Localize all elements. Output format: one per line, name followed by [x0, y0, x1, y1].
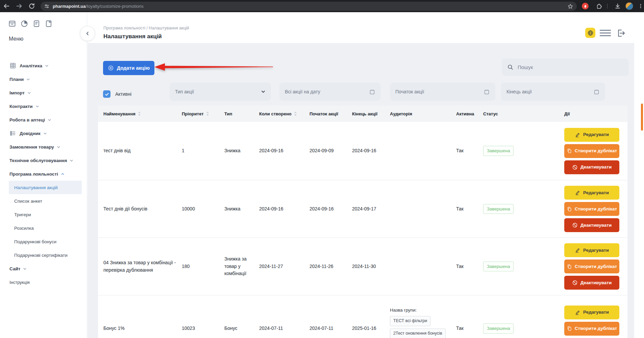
downloads-icon[interactable] [614, 3, 621, 9]
sidebar-item-plans[interactable]: Плани [0, 72, 87, 86]
sidebar-item-loyalty-program[interactable]: Програма лояльності [0, 167, 87, 181]
calendar-icon [484, 89, 490, 95]
table-header-row: Найменування Пріоритет Тип Коли створено… [98, 106, 627, 122]
menu-hamburger-icon[interactable] [600, 30, 611, 36]
browser-chrome: pharmapoint.ua/loyalty/customize-promoti… [0, 0, 644, 12]
sidebar-subitem-mailing[interactable]: Розсилка [9, 221, 82, 235]
duplicate-button[interactable]: Створити дублікат [564, 322, 619, 336]
chevron-down-icon [70, 159, 73, 162]
sidebar-item-directory[interactable]: Довідник [0, 127, 87, 140]
promotions-table: Найменування Пріоритет Тип Коли створено… [98, 106, 627, 338]
sidebar-item-import[interactable]: Імпорт [0, 86, 87, 99]
cell-audience: Назва групи: ТЕСТ всі фільтри 2Тест онов… [385, 295, 451, 338]
sidebar-quick-icons [8, 20, 87, 28]
cell-status: Завершена [478, 180, 559, 238]
copy-icon [567, 326, 572, 331]
column-header-name[interactable]: Найменування [98, 106, 176, 122]
duplicate-button[interactable]: Створити дублікат [564, 260, 619, 273]
edit-button[interactable]: Редагувати [564, 128, 619, 142]
cell-start: 2024-07-11 [304, 295, 347, 338]
sort-icon[interactable] [138, 111, 141, 116]
copy-icon [567, 206, 572, 212]
sidebar-subitem-label: Подарункові сертифікати [14, 253, 68, 258]
chrome-menu-icon[interactable] [638, 3, 643, 9]
cell-actions: Редагувати Створити дублікат Деактивуват… [559, 238, 623, 295]
duplicate-button[interactable]: Створити дублікат [564, 202, 619, 216]
breadcrumb[interactable]: Програма лояльності / Налаштування акцій [103, 26, 189, 30]
pie-chart-icon[interactable] [20, 20, 28, 28]
column-header-status: Статус [478, 106, 559, 122]
add-promotion-button[interactable]: Додати акцію [103, 61, 154, 75]
sidebar-subitem-customize-promotions[interactable]: Налаштування акцій [9, 181, 82, 194]
sidebar-item-label: Плани [9, 77, 24, 82]
sidebar-subitem-label: Подарункові бонуси [14, 239, 56, 244]
sidebar-item-analytics[interactable]: Аналітика [0, 59, 87, 72]
grid-icon [9, 62, 16, 69]
active-checkbox-label: Активні [115, 91, 131, 97]
deactivate-button[interactable]: Деактивувати [564, 218, 619, 232]
site-settings-icon[interactable] [44, 3, 50, 9]
all-promotions-date-picker[interactable]: Всі акції на дату [279, 83, 381, 101]
cell-audience [385, 180, 451, 238]
deactivate-button[interactable]: Деактивувати [564, 160, 619, 174]
sidebar-item-pharmacy-work[interactable]: Робота в аптеці [0, 113, 87, 127]
adblock-extension-icon[interactable] [582, 3, 589, 9]
deactivate-button[interactable]: Деактивувати [564, 276, 619, 290]
chevron-down-icon [45, 64, 49, 68]
table-row: Бонус 1% 10023 Бонус 2024-07-11 2024-07-… [98, 295, 627, 338]
cell-priority: 10023 [176, 295, 219, 338]
search-box[interactable] [502, 59, 629, 76]
browser-back-icon[interactable] [3, 2, 10, 10]
promotion-type-dropdown[interactable]: Тип акції [170, 83, 271, 101]
archive-icon[interactable] [8, 20, 16, 28]
cell-start: 2024-09-09 [304, 122, 347, 180]
sidebar-item-maintenance[interactable]: Технічне обслуговування [0, 154, 87, 167]
logout-icon[interactable] [616, 28, 626, 38]
active-checkbox[interactable] [103, 90, 110, 98]
cell-priority: 180 [176, 238, 219, 295]
sidebar-item-contracts[interactable]: Контракти [0, 99, 87, 113]
chevron-down-icon [43, 132, 47, 135]
browser-forward-icon[interactable] [16, 2, 23, 10]
bookmark-star-icon[interactable] [567, 3, 573, 9]
extensions-puzzle-icon[interactable] [596, 3, 602, 9]
status-badge: Завершена [483, 204, 514, 214]
edit-button[interactable]: Редагувати [564, 186, 619, 200]
sidebar-item-site[interactable]: Сайт [0, 262, 87, 275]
book-icon[interactable] [45, 20, 53, 28]
main-area: Програма лояльності / Налаштування акцій… [88, 12, 644, 338]
search-input[interactable] [517, 64, 623, 70]
browser-reload-icon[interactable] [28, 3, 35, 9]
cell-status: Завершена [478, 295, 559, 338]
end-date-picker[interactable]: Кінець акції [501, 83, 605, 101]
cell-audience [385, 122, 451, 180]
edit-button[interactable]: Редагувати [564, 243, 619, 257]
sidebar-item-goods-order[interactable]: Замовлення товару [0, 140, 87, 154]
audience-tag: 2Тест оновлення бонусів [390, 329, 446, 338]
duplicate-button[interactable]: Створити дублікат [564, 144, 619, 158]
sort-icon[interactable] [206, 111, 209, 116]
sort-icon[interactable] [294, 111, 297, 116]
audience-tag: ТЕСТ всі фільтри [390, 316, 430, 326]
cell-name: тест днів від [98, 122, 176, 180]
sidebar-subitem-triggers[interactable]: Тригери [9, 208, 82, 221]
table-row: 04 Знижка за товар у комбінації - переві… [98, 238, 627, 295]
sidebar-subitem-questionnaires[interactable]: Список анкет [9, 194, 82, 208]
browser-profile-avatar[interactable] [625, 2, 633, 10]
chevron-down-icon [57, 145, 60, 149]
column-header-priority[interactable]: Пріоритет [176, 106, 219, 122]
column-header-created[interactable]: Коли створено [254, 106, 304, 122]
document-icon[interactable] [32, 20, 41, 28]
sidebar-collapse-button[interactable] [80, 26, 95, 41]
edit-button[interactable]: Редагувати [564, 306, 619, 319]
sidebar-subitem-gift-bonuses[interactable]: Подарункові бонуси [9, 235, 82, 248]
column-header-audience: Аудиторія [385, 106, 451, 122]
sidebar-item-instruction[interactable]: Інструкція [0, 275, 87, 289]
page-scrollbar-thumb[interactable] [641, 104, 643, 131]
table-row: тест днів від 1 Знижка 2024-09-16 2024-0… [98, 122, 627, 180]
sidebar-subitem-gift-certificates[interactable]: Подарункові сертифікати [9, 248, 82, 262]
start-date-picker[interactable]: Початок акції [390, 83, 495, 101]
chevron-down-icon [23, 267, 27, 271]
language-globe-button[interactable] [585, 28, 595, 38]
url-bar[interactable]: pharmapoint.ua/loyalty/customize-promoti… [41, 2, 577, 11]
